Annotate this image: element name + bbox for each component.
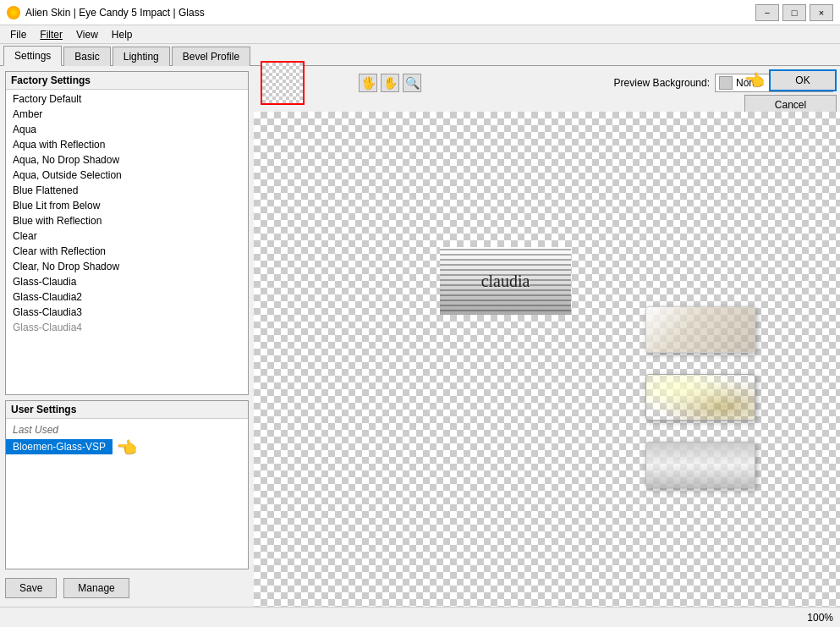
list-item[interactable]: Glass-Claudia3 bbox=[6, 305, 248, 320]
list-item[interactable]: Blue with Reflection bbox=[6, 213, 248, 228]
zoom-level: 100% bbox=[807, 612, 833, 624]
claudia-text: claudia bbox=[481, 272, 530, 291]
user-settings-box: User Settings Last Used Bloemen-Glass-VS… bbox=[5, 400, 249, 569]
list-item[interactable]: Glass-Claudia bbox=[6, 274, 248, 289]
minimize-button[interactable]: − bbox=[755, 4, 779, 21]
list-item[interactable]: Aqua, Outside Selection bbox=[6, 168, 248, 183]
list-item[interactable]: Blue Flattened bbox=[6, 183, 248, 198]
list-item[interactable]: Aqua bbox=[6, 122, 248, 137]
manage-button[interactable]: Manage bbox=[63, 578, 129, 598]
list-item[interactable]: Aqua with Reflection bbox=[6, 137, 248, 152]
titlebar: Alien Skin | Eye Candy 5 Impact | Glass … bbox=[0, 0, 840, 25]
menubar: File Filter View Help bbox=[0, 25, 840, 44]
user-settings-header: User Settings bbox=[6, 401, 248, 419]
background-color-swatch bbox=[719, 76, 733, 90]
factory-settings-header: Factory Settings bbox=[6, 72, 248, 90]
menu-help[interactable]: Help bbox=[105, 27, 140, 42]
list-item[interactable]: Factory Default bbox=[6, 91, 248, 107]
tab-settings[interactable]: Settings bbox=[3, 46, 62, 66]
tab-bevel-profile[interactable]: Bevel Profile bbox=[172, 47, 250, 66]
list-item[interactable]: Clear bbox=[6, 228, 248, 244]
list-item[interactable]: Blue Lit from Below bbox=[6, 198, 248, 213]
zoom-tool-button[interactable]: 🔍 bbox=[403, 74, 421, 92]
menu-file[interactable]: File bbox=[3, 27, 33, 42]
preview-thumbnail bbox=[261, 61, 305, 105]
list-item[interactable]: Clear, No Drop Shadow bbox=[6, 259, 248, 274]
statusbar: 100% bbox=[0, 607, 840, 627]
list-item[interactable]: Glass-Claudia4 bbox=[6, 320, 248, 335]
list-item[interactable]: Aqua, No Drop Shadow bbox=[6, 152, 248, 168]
glass-sample-3 bbox=[645, 442, 755, 488]
window-controls[interactable]: − □ × bbox=[755, 4, 833, 21]
move-tool-button[interactable]: ✋ bbox=[381, 74, 399, 92]
left-panel: Factory Settings Factory Default Amber A… bbox=[0, 66, 254, 607]
preview-controls: 🖐 ✋ 🔍 Preview Background: None ▼ 👉 OK Ca… bbox=[254, 66, 840, 100]
list-item[interactable]: Glass-Claudia2 bbox=[6, 289, 248, 305]
window-title: Alien Skin | Eye Candy 5 Impact | Glass bbox=[25, 7, 755, 19]
menu-view[interactable]: View bbox=[69, 27, 105, 42]
right-panel: 🖐 ✋ 🔍 Preview Background: None ▼ 👉 OK Ca… bbox=[254, 66, 840, 607]
factory-settings-list[interactable]: Factory Default Amber Aqua Aqua with Ref… bbox=[6, 90, 248, 394]
bottom-buttons: Save Manage bbox=[5, 575, 249, 602]
claudia-preview-image: claudia bbox=[440, 247, 571, 315]
tabbar: Settings Basic Lighting Bevel Profile bbox=[0, 44, 840, 66]
main-layout: Factory Settings Factory Default Amber A… bbox=[0, 66, 840, 607]
menu-filter[interactable]: Filter bbox=[33, 27, 69, 42]
tab-lighting[interactable]: Lighting bbox=[113, 47, 170, 66]
ok-button[interactable]: OK bbox=[769, 69, 837, 91]
glass-sample-2 bbox=[645, 374, 755, 421]
ok-cancel-area: 👉 OK Cancel bbox=[744, 69, 837, 115]
glass-sample-1 bbox=[645, 306, 755, 353]
pan-tool-button[interactable]: 🖐 bbox=[359, 74, 377, 92]
last-used-label: Last Used bbox=[6, 422, 248, 437]
close-button[interactable]: × bbox=[810, 4, 833, 21]
save-button[interactable]: Save bbox=[5, 578, 57, 598]
selected-preset[interactable]: Bloemen-Glass-VSP 👉 bbox=[6, 439, 113, 454]
user-settings-list[interactable]: Last Used Bloemen-Glass-VSP 👉 bbox=[6, 419, 248, 569]
app-icon bbox=[7, 6, 20, 19]
factory-settings-box: Factory Settings Factory Default Amber A… bbox=[5, 71, 249, 395]
maximize-button[interactable]: □ bbox=[782, 4, 806, 21]
list-item[interactable]: Amber bbox=[6, 107, 248, 122]
list-item[interactable]: Clear with Reflection bbox=[6, 244, 248, 259]
tab-basic[interactable]: Basic bbox=[63, 47, 110, 66]
preview-background-label: Preview Background: bbox=[614, 77, 710, 89]
preview-area[interactable]: claudia bbox=[254, 112, 840, 607]
